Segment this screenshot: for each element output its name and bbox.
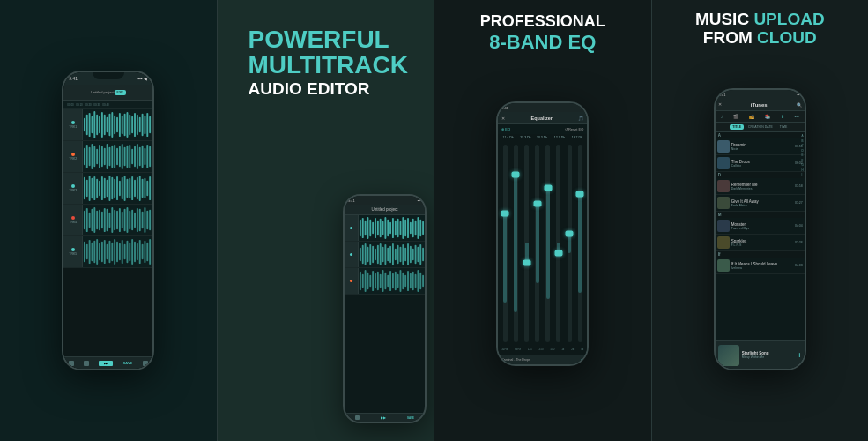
- tab-title[interactable]: TITLE: [730, 124, 744, 130]
- eq-track-2[interactable]: [514, 145, 518, 342]
- eq-bar-2: [510, 145, 521, 342]
- svg-rect-202: [377, 272, 379, 290]
- film-icon[interactable]: 🎬: [733, 114, 738, 119]
- svg-rect-76: [131, 176, 133, 200]
- eq-thumb-6[interactable]: [554, 250, 562, 257]
- song-duration-giveitall: 03:27: [795, 201, 803, 205]
- music-upload-label: MUSIC UPLOAD: [652, 11, 869, 29]
- svg-rect-25: [145, 116, 146, 134]
- svg-rect-43: [119, 146, 121, 167]
- track-dot-1: [71, 121, 75, 124]
- section-header-d: D: [716, 172, 805, 178]
- np-thumbnail: [718, 345, 739, 366]
- svg-rect-7: [99, 116, 100, 133]
- track-dot-4: [71, 216, 75, 220]
- song-info-monster: Monster Favored Mys: [731, 222, 793, 230]
- svg-rect-59: [89, 176, 91, 201]
- svg-rect-78: [137, 177, 138, 199]
- eq-play-btn[interactable]: ▶: [581, 358, 583, 363]
- svg-rect-87: [89, 213, 91, 228]
- svg-rect-91: [99, 210, 100, 230]
- search-itunes-icon[interactable]: 🔍: [797, 102, 802, 108]
- eq-fill-bottom-5: [546, 243, 550, 299]
- save-button[interactable]: SAVE: [123, 361, 133, 365]
- music-icon[interactable]: ♪: [721, 114, 723, 119]
- svg-rect-207: [389, 271, 391, 291]
- eq-track-7[interactable]: [568, 145, 572, 342]
- eq-track-3[interactable]: [524, 145, 529, 342]
- cloud-highlight: CLOUD: [757, 28, 817, 47]
- svg-rect-174: [375, 249, 376, 261]
- headline-multitrack: MULTITRACK: [249, 52, 408, 78]
- svg-rect-219: [419, 273, 421, 289]
- track-2s-dot-1: [350, 227, 352, 229]
- svg-rect-150: [382, 221, 384, 235]
- song-row-drops[interactable]: The Drops Callisto 06:02: [716, 155, 805, 172]
- eq-thumb-3[interactable]: [523, 260, 530, 266]
- svg-rect-213: [404, 275, 406, 288]
- svg-rect-104: [131, 210, 133, 230]
- svg-rect-157: [400, 221, 402, 235]
- svg-rect-181: [392, 243, 394, 265]
- svg-rect-1: [84, 118, 85, 132]
- eq-val-2: -29.3 Db: [519, 136, 530, 139]
- song-row-ifitmeans[interactable]: If It Means I Should Leave Ivelmea 04:03: [716, 258, 805, 274]
- export-button[interactable]: EXP: [115, 90, 126, 95]
- podcast-icon[interactable]: 📻: [749, 114, 754, 119]
- svg-rect-20: [131, 116, 133, 133]
- timeline-header: 00:00 00:10 00:20 00:30 00:40: [63, 101, 152, 109]
- tab-time[interactable]: TIME: [777, 124, 790, 130]
- panel-cloud-upload: MUSIC UPLOAD FROM CLOUD 9:41 ▪▪▪ ✕ iTune…: [651, 0, 869, 441]
- svg-rect-73: [124, 176, 126, 201]
- eq-thumb-7[interactable]: [566, 230, 574, 236]
- svg-rect-33: [94, 146, 96, 167]
- eq-track-6[interactable]: [556, 145, 560, 342]
- song-row-remember[interactable]: Remember Me Dark Memories 03:58: [716, 178, 805, 195]
- panel2-text: POWERFUL MULTITRACK AUDIO EDITOR: [231, 26, 408, 99]
- svg-rect-144: [367, 217, 368, 239]
- song-artist-drops: Callisto: [731, 164, 793, 168]
- eq-track-1[interactable]: [503, 145, 508, 342]
- reset-eq-button[interactable]: ↺ Reset EQ: [565, 127, 583, 131]
- book-icon[interactable]: 📚: [765, 114, 770, 119]
- more-icon[interactable]: •••: [795, 114, 799, 119]
- song-row-giveitall[interactable]: Give It All Away Fade Metro 03:27: [716, 195, 805, 212]
- freq-label-3: 125: [528, 348, 532, 351]
- svg-rect-37: [104, 148, 106, 165]
- svg-rect-77: [134, 180, 136, 197]
- np-play-pause[interactable]: ⏸: [796, 352, 802, 358]
- svg-rect-58: [86, 180, 88, 197]
- eq-thumb-4[interactable]: [533, 201, 541, 207]
- svg-rect-116: [92, 243, 93, 261]
- eq-track-4[interactable]: [535, 145, 539, 342]
- song-row-sparkles[interactable]: Sparkles F.L.R.S 03:26: [716, 235, 805, 251]
- project-title: Untitled project: [91, 90, 115, 94]
- svg-rect-79: [139, 176, 141, 201]
- song-row-monster[interactable]: Monster Favored Mys 04:04: [716, 218, 805, 235]
- download-icon[interactable]: ⬇: [781, 114, 784, 119]
- svg-rect-218: [417, 270, 419, 292]
- track-row-4: TRK4: [63, 205, 152, 236]
- play-button[interactable]: ▶▶: [99, 361, 113, 366]
- svg-rect-137: [145, 241, 146, 263]
- eq-thumb-8[interactable]: [576, 191, 584, 198]
- svg-rect-53: [145, 148, 146, 165]
- svg-rect-21: [134, 113, 136, 137]
- eq-track-5[interactable]: [545, 145, 550, 342]
- svg-rect-190: [415, 245, 417, 264]
- toolbar-icon-3: [143, 361, 148, 366]
- itunes-app-header: ✕ iTunes 🔍: [716, 99, 805, 111]
- eq-thumb-5[interactable]: [544, 185, 552, 191]
- eq-thumb-1[interactable]: [501, 211, 509, 217]
- svg-rect-182: [395, 249, 397, 261]
- song-row-dreamin[interactable]: Dreamin Nicia 03:50: [716, 138, 805, 155]
- svg-rect-205: [384, 273, 386, 289]
- close-eq-button[interactable]: ✕: [501, 116, 505, 121]
- eq-track-8[interactable]: [578, 145, 582, 342]
- alpha-h: H: [801, 168, 803, 172]
- eq-thumb-2[interactable]: [512, 171, 520, 177]
- svg-rect-125: [114, 239, 115, 265]
- tab-creation-date[interactable]: CREATION DATE: [746, 124, 775, 130]
- svg-rect-180: [389, 246, 391, 263]
- song-thumb-drops: [717, 157, 730, 169]
